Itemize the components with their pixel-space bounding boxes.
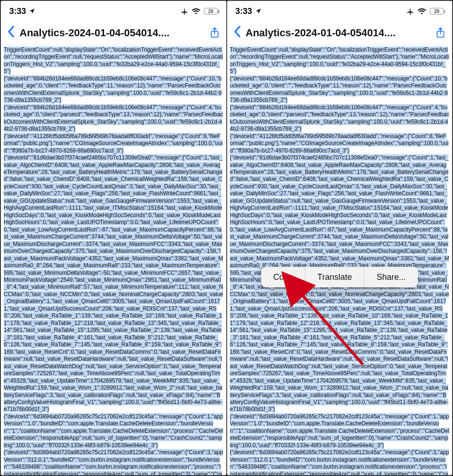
log-text-area[interactable]: TriggerEventCount":null,"displayState":"… [227, 45, 453, 475]
status-time: 3:33 [9, 7, 26, 16]
status-time: 3:33 [236, 7, 252, 16]
location-icon [255, 8, 262, 14]
log-line: TriggerEventCount":null,"displayState":"… [230, 46, 450, 75]
page-title: Analytics-2024-01-04-054014.... [20, 27, 205, 39]
log-text-area[interactable]: TriggerEventCount":null,"displayState":"… [1, 45, 226, 475]
wifi-icon [418, 8, 426, 14]
battery-icon: 28 [204, 8, 218, 14]
log-line: {"deviceId":"6d3894ab0720a96265c75c21706… [230, 449, 450, 476]
phone-left: 3:33 28 Analytics-2024-01-04-054014.... [0, 0, 227, 476]
status-bar: 3:33 28 [227, 1, 453, 21]
nav-bar: Analytics-2024-01-04-054014.... [227, 21, 453, 45]
location-icon [29, 8, 35, 14]
battery-icon: 28 [430, 8, 444, 14]
log-line: {"deviceId":"41126fcf5dd05f6a789d99569b7… [230, 133, 450, 154]
status-bar: 3:33 28 [1, 1, 226, 21]
airplane-mode-icon [181, 7, 188, 15]
wifi-icon [192, 8, 200, 14]
page-title: Analytics-2024-01-04-054014.... [246, 27, 431, 39]
log-line: {"deviceId":"41126fcf5dd05f6a789d99569b7… [4, 133, 223, 154]
text-selection-popup: Copy Translate Share... [261, 267, 418, 287]
airplane-mode-icon [407, 7, 414, 15]
log-line: {"deviceId":"6d3894ab0720a96265c75c21706… [4, 449, 223, 476]
back-chevron-icon[interactable] [232, 26, 243, 40]
back-chevron-icon[interactable] [6, 26, 17, 40]
log-line: {"deviceId":"884b26d184ee68dad89cdc1b59e… [4, 75, 223, 104]
log-line: {"deviceId":"884b26d184ee68dad89cdc1b59e… [4, 104, 223, 133]
log-line: {"deviceId":"81d6dae3b07f374caef2485bc70… [4, 154, 223, 413]
phone-right: 3:33 28 Analytics-2024-01-04-054014.... [227, 0, 453, 476]
nav-bar: Analytics-2024-01-04-054014.... [1, 21, 226, 45]
share-icon[interactable] [433, 26, 447, 40]
log-line: TriggerEventCount":null,"displayState":"… [4, 46, 223, 75]
share-icon[interactable] [208, 26, 222, 40]
log-line: {"deviceId":"6d3894ab0720a96265c75c21706… [230, 413, 450, 449]
copy-menu-item[interactable]: Copy [261, 267, 305, 287]
log-line: {"deviceId":"6d3894ab0720a96265c75c21706… [4, 413, 223, 449]
share-menu-item[interactable]: Share... [364, 267, 418, 287]
log-line: {"deviceId":"884b26d184ee68dad89cdc1b59e… [230, 75, 450, 104]
translate-menu-item[interactable]: Translate [305, 267, 364, 287]
log-line: {"deviceId":"884b26d184ee68dad89cdc1b59e… [230, 104, 450, 133]
